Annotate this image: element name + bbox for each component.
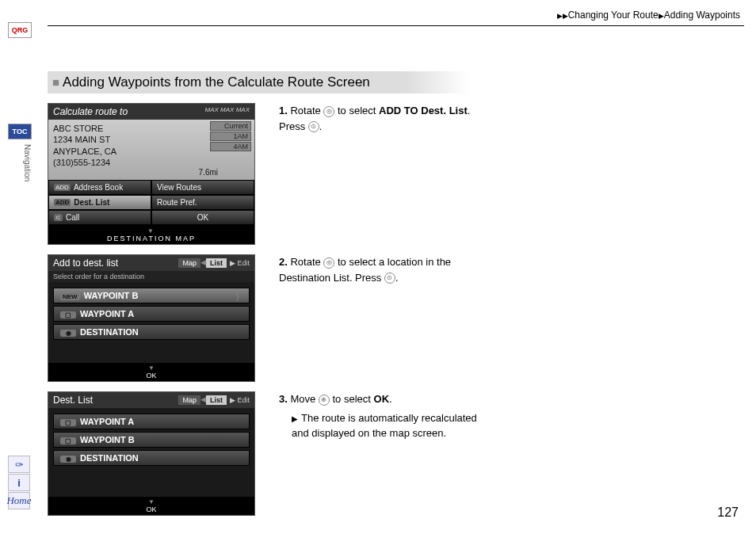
list-item[interactable]: ▢WAYPOINT A [53, 414, 250, 429]
rotary-icon: ◎ [323, 257, 334, 269]
rotary-icon: ◎ [323, 106, 334, 117]
breadcrumb: ▶▶Changing Your Route▶Adding Waypoints [557, 10, 740, 21]
step-1: 1. Rotate ◎ to select ADD TO Dest. List.… [279, 103, 485, 134]
screenshot-calculate-route: Calculate route to MAX MAX MAX ABC STORE… [48, 103, 255, 245]
btn-address-book[interactable]: ADDAddress Book [48, 180, 151, 195]
btn-call[interactable]: ⊂Call [48, 210, 151, 225]
step-3: 3. Move ⊕ to select OK. ▶The route is au… [279, 391, 485, 441]
voice-icon[interactable]: ✑ [8, 456, 30, 473]
btn-view-routes[interactable]: View Routes [151, 180, 254, 195]
btn-ok[interactable]: OK [151, 210, 254, 225]
list-item[interactable]: ◉DESTINATION [53, 324, 250, 340]
move-icon: ⊕ [319, 395, 330, 406]
press-icon: ⊙ [384, 273, 395, 284]
header-rule [48, 25, 744, 26]
screenshot-dest-list: Dest. List Map◀List ▶ Edit ▢WAYPOINT A ▢… [48, 391, 255, 516]
list-item[interactable]: NEWWAYPOINT B〉 [53, 288, 250, 303]
sidebar: QRG TOC Navigation [8, 22, 32, 181]
tab-navigation[interactable]: Navigation [8, 141, 32, 181]
tab-qrg[interactable]: QRG [8, 22, 32, 38]
home-icon[interactable]: Home [8, 492, 30, 509]
section-heading: ■Adding Waypoints from the Calculate Rou… [48, 71, 469, 93]
list-item[interactable]: ◉DESTINATION [53, 450, 250, 466]
step-2: 2. Rotate ◎ to select a location in the … [279, 254, 485, 285]
info-icon[interactable]: i [8, 474, 30, 491]
tab-toc[interactable]: TOC [8, 124, 32, 139]
list-item[interactable]: ▢WAYPOINT B [53, 432, 250, 448]
sidebar-footer-icons: ✑ i Home [8, 455, 32, 510]
press-icon: ⊙ [308, 121, 319, 132]
list-item[interactable]: ▢WAYPOINT A [53, 306, 250, 322]
screenshot-add-dest-list: Add to dest. list Map◀List ▶ Edit Select… [48, 254, 255, 382]
btn-route-pref[interactable]: Route Pref. [151, 195, 254, 210]
page-number: 127 [717, 505, 739, 520]
btn-dest-list[interactable]: ADDDest. List [48, 195, 151, 210]
